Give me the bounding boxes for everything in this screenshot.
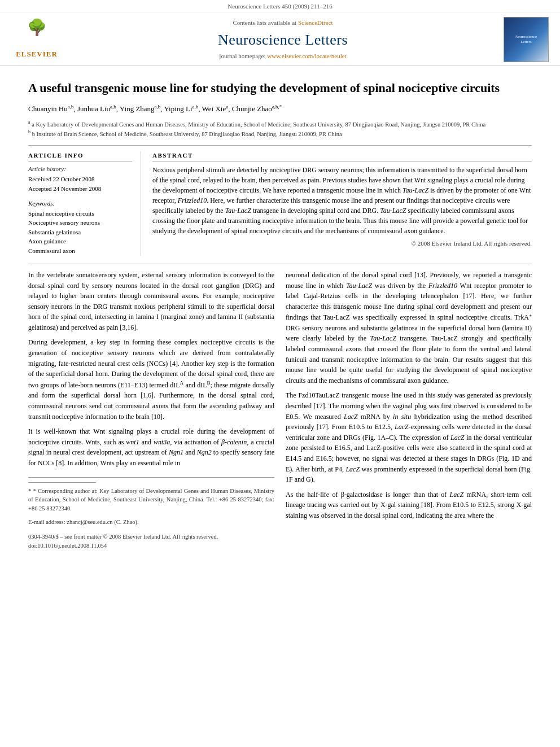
sciencedirect-label: Contents lists available at bbox=[233, 19, 296, 26]
body-section: In the vertebrate somatosensory system, … bbox=[28, 270, 532, 551]
top-citation: Neuroscience Letters 450 (2009) 211–216 bbox=[0, 0, 560, 12]
tree-icon: 🌳 bbox=[27, 20, 47, 36]
footnote-area: * * Corresponding author at: Key Laborat… bbox=[28, 477, 274, 527]
body-para-r1: neuronal dedication of the dorsal spinal… bbox=[286, 270, 532, 386]
elsevier-wordmark: ELSEVIER bbox=[16, 49, 58, 59]
homepage-url[interactable]: www.elsevier.com/locate/neulet bbox=[267, 53, 346, 59]
sciencedirect-line: Contents lists available at ScienceDirec… bbox=[62, 19, 504, 27]
affiliation-b: b b Institute of Brain Science, School o… bbox=[28, 129, 532, 138]
article-info-column: ARTICLE INFO Article history: Received 2… bbox=[28, 151, 141, 256]
info-abstract-section: ARTICLE INFO Article history: Received 2… bbox=[28, 151, 532, 256]
journal-thumbnail: NeuroscienceLetters bbox=[504, 17, 549, 62]
keyword-5: Commissural axon bbox=[28, 247, 132, 255]
authors-line: Chuanyin Hua,b, Junhua Liua,b, Ying Zhan… bbox=[28, 103, 532, 115]
affiliation-a: a a Key Laboratory of Developmental Gene… bbox=[28, 119, 532, 129]
footnote-star-symbol: * bbox=[28, 487, 32, 494]
body-para-3: It is well-known that Wnt signaling play… bbox=[28, 426, 274, 468]
journal-homepage: journal homepage: www.elsevier.com/locat… bbox=[62, 52, 504, 60]
keyword-4: Axon guidance bbox=[28, 237, 132, 246]
footnote-star: * * Corresponding author at: Key Laborat… bbox=[28, 486, 274, 513]
body-para-r2: The Fzd10TauLacZ transgenic mouse line u… bbox=[286, 390, 532, 484]
body-para-2: During development, a key step in formin… bbox=[28, 337, 274, 422]
elsevier-logo: 🌳 ELSEVIER bbox=[11, 20, 62, 59]
history-label: Article history: bbox=[28, 165, 132, 173]
elsevier-logo-img: 🌳 bbox=[17, 20, 56, 48]
homepage-label: journal homepage: bbox=[219, 53, 265, 59]
body-right-col: neuronal dedication of the dorsal spinal… bbox=[286, 270, 532, 551]
keywords-label: Keywords: bbox=[28, 199, 132, 208]
abstract-section: ABSTRACT Noxious peripheral stimuli are … bbox=[152, 151, 532, 256]
issn-footer: 0304-3940/$ – see front matter © 2008 El… bbox=[28, 532, 274, 551]
keyword-3: Substantia gelatinosa bbox=[28, 228, 132, 237]
body-para-1: In the vertebrate somatosensory system, … bbox=[28, 270, 274, 333]
keyword-2: Nociceptive sensory neurons bbox=[28, 219, 132, 227]
footnote-divider-line bbox=[28, 482, 96, 483]
body-left-col: In the vertebrate somatosensory system, … bbox=[28, 270, 274, 551]
affiliations: a a Key Laboratory of Developmental Gene… bbox=[28, 119, 532, 139]
page-wrapper: Neuroscience Letters 450 (2009) 211–216 … bbox=[0, 0, 560, 562]
divider-top bbox=[28, 145, 532, 146]
body-para-r3: As the half-life of β-galactosidase is l… bbox=[286, 490, 532, 521]
footnote-email: E-mail address: zhancj@seu.edu.cn (C. Zh… bbox=[28, 518, 274, 527]
sciencedirect-link[interactable]: ScienceDirect bbox=[298, 19, 333, 26]
journal-header: 🌳 ELSEVIER Contents lists available at S… bbox=[0, 12, 560, 66]
abstract-title: ABSTRACT bbox=[152, 151, 532, 161]
journal-thumb-content: NeuroscienceLetters bbox=[514, 33, 539, 46]
citation-text: Neuroscience Letters 450 (2009) 211–216 bbox=[228, 3, 332, 10]
copyright-line: © 2008 Elsevier Ireland Ltd. All rights … bbox=[152, 239, 532, 248]
issn-line2: doi:10.1016/j.neulet.2008.11.054 bbox=[28, 541, 274, 551]
article-content: A useful transgenic mouse line for study… bbox=[0, 66, 560, 562]
divider-body bbox=[28, 264, 532, 264]
journal-title: Neuroscience Letters bbox=[62, 30, 504, 50]
journal-header-center: Contents lists available at ScienceDirec… bbox=[62, 19, 504, 60]
issn-line1: 0304-3940/$ – see front matter © 2008 El… bbox=[28, 532, 274, 541]
abstract-text: Noxious peripheral stimuli are detected … bbox=[152, 165, 532, 236]
article-title: A useful transgenic mouse line for study… bbox=[28, 80, 532, 97]
footnote-text: * Corresponding author at: Key Laborator… bbox=[28, 488, 274, 512]
keyword-1: Spinal nociceptive circuits bbox=[28, 209, 132, 218]
accepted-date: Accepted 24 November 2008 bbox=[28, 185, 132, 193]
received-date: Received 22 October 2008 bbox=[28, 175, 132, 184]
article-info-title: ARTICLE INFO bbox=[28, 151, 132, 161]
